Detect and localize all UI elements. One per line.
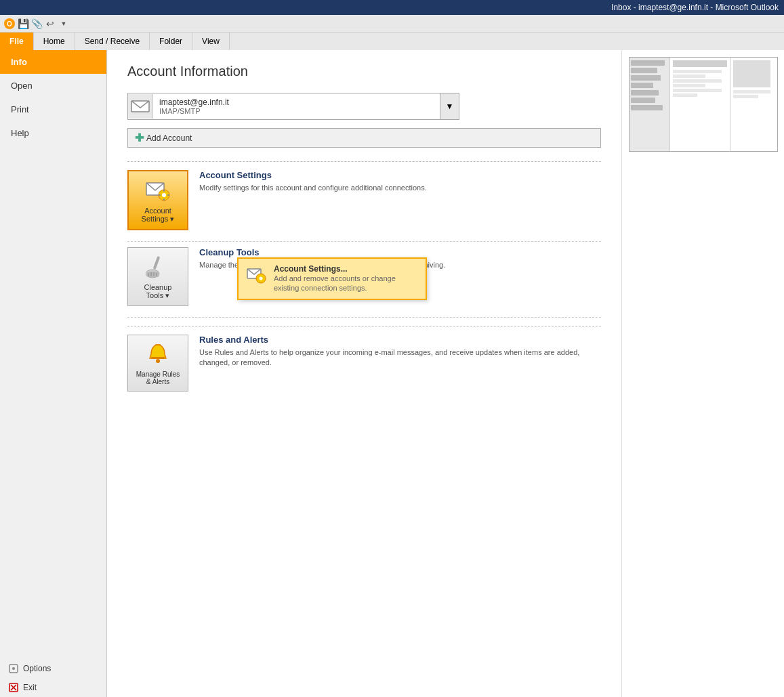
add-account-label: Add Account [146, 133, 192, 143]
page-title: Account Information [127, 64, 601, 79]
add-account-button[interactable]: ✚ Add Account [127, 128, 601, 148]
sidebar: Info Open Print Help Options [0, 50, 107, 697]
dropdown-item-title: Account Settings... [274, 264, 419, 274]
dropdown-chevron: ▼ [446, 102, 454, 111]
svg-rect-11 [163, 190, 165, 192]
account-selector[interactable]: imaptest@ge.infn.it IMAP/SMTP ▼ [127, 93, 459, 120]
preview-main-col [670, 58, 730, 151]
preview-panel [621, 50, 784, 697]
rules-alerts-desc: Use Rules and Alerts to help organize yo… [199, 347, 601, 368]
cleanup-tools-icon [144, 253, 171, 280]
rules-alerts-btn-label: Manage Rules & Alerts [136, 371, 180, 385]
quick-access-toolbar: O 💾 📎 ↩ ▼ [0, 15, 784, 33]
account-email: imaptest@ge.infn.it [159, 98, 433, 107]
qa-dropdown-icon[interactable]: ▼ [57, 17, 70, 30]
dropdown-item-text: Account Settings... Add and remove accou… [274, 264, 419, 293]
office-orb[interactable]: O [3, 17, 16, 30]
preview-right-col [730, 58, 777, 151]
account-type: IMAP/SMTP [159, 107, 433, 115]
rules-alerts-section: Manage Rules & Alerts Rules and Alerts U… [127, 335, 601, 402]
account-settings-desc: Modify settings for this account and con… [199, 183, 427, 193]
svg-rect-14 [167, 194, 169, 196]
account-settings-icon [144, 177, 171, 204]
add-icon: ✚ [135, 131, 144, 144]
save-attachments-icon[interactable]: 📎 [30, 17, 43, 30]
svg-point-10 [162, 193, 166, 197]
rules-alerts-button[interactable]: Manage Rules & Alerts [127, 335, 188, 392]
sidebar-item-exit[interactable]: Exit [0, 678, 106, 697]
account-dropdown-btn[interactable]: ▼ [440, 93, 459, 119]
sidebar-item-help[interactable]: Help [0, 121, 106, 145]
dropdown-item-account-settings[interactable]: Account Settings... Add and remove accou… [239, 259, 426, 299]
sidebar-item-open[interactable]: Open [0, 74, 106, 98]
exit-icon [8, 682, 19, 693]
account-icon [128, 94, 152, 119]
tab-file[interactable]: File [0, 33, 34, 50]
svg-rect-13 [159, 194, 161, 196]
svg-rect-27 [151, 357, 165, 359]
svg-rect-18 [153, 256, 161, 270]
sidebar-item-options[interactable]: Options [0, 659, 106, 678]
svg-point-17 [260, 277, 263, 280]
cleanup-tools-btn-label: Cleanup Tools ▾ [144, 283, 172, 300]
tab-home[interactable]: Home [34, 33, 75, 50]
options-icon [8, 663, 19, 674]
rules-alerts-icon [144, 341, 171, 368]
account-settings-button[interactable]: Account Settings ▾ [127, 170, 188, 230]
main-layout: Info Open Print Help Options [0, 50, 784, 697]
svg-point-3 [12, 667, 15, 670]
undo-icon[interactable]: ↩ [43, 17, 57, 30]
account-settings-info: Account Settings Modify settings for thi… [199, 170, 427, 193]
account-settings-section: Account Settings ▾ Account Settings Modi… [127, 170, 601, 242]
account-settings-btn-label: Account Settings ▾ [142, 207, 175, 224]
rules-alerts-info: Rules and Alerts Use Rules and Alerts to… [199, 335, 601, 368]
account-settings-dropdown: Account Settings... Add and remove accou… [237, 257, 427, 300]
account-settings-title: Account Settings [199, 170, 427, 180]
tab-send-receive[interactable]: Send / Receive [75, 33, 150, 50]
content-area: Account Information imaptest@ge.infn.it … [107, 50, 621, 697]
divider-middle [127, 326, 601, 326]
preview-left-col [630, 58, 670, 151]
save-icon[interactable]: 💾 [16, 17, 30, 30]
svg-rect-12 [163, 198, 165, 200]
account-text: imaptest@ge.infn.it IMAP/SMTP [152, 95, 440, 118]
divider-top [127, 161, 601, 162]
preview-inner [630, 58, 777, 151]
svg-rect-20 [147, 272, 159, 277]
sidebar-item-info[interactable]: Info [0, 50, 106, 74]
title-bar: Inbox - imaptest@ge.infn.it - Microsoft … [0, 0, 784, 15]
sidebar-item-print[interactable]: Print [0, 98, 106, 121]
tab-view[interactable]: View [192, 33, 230, 50]
tab-folder[interactable]: Folder [150, 33, 192, 50]
rules-alerts-title: Rules and Alerts [199, 335, 601, 345]
dropdown-item-icon [245, 264, 267, 286]
svg-point-25 [156, 359, 160, 363]
dropdown-item-desc: Add and remove accounts or change existi… [274, 274, 419, 293]
svg-text:O: O [7, 20, 12, 28]
cleanup-tools-title: Cleanup Tools [199, 247, 445, 257]
title-text: Inbox - imaptest@ge.infn.it - Microsoft … [611, 3, 779, 12]
preview-thumbnail [629, 57, 778, 152]
cleanup-tools-button[interactable]: Cleanup Tools ▾ [127, 247, 188, 306]
ribbon-tabs: File Home Send / Receive Folder View [0, 33, 784, 50]
